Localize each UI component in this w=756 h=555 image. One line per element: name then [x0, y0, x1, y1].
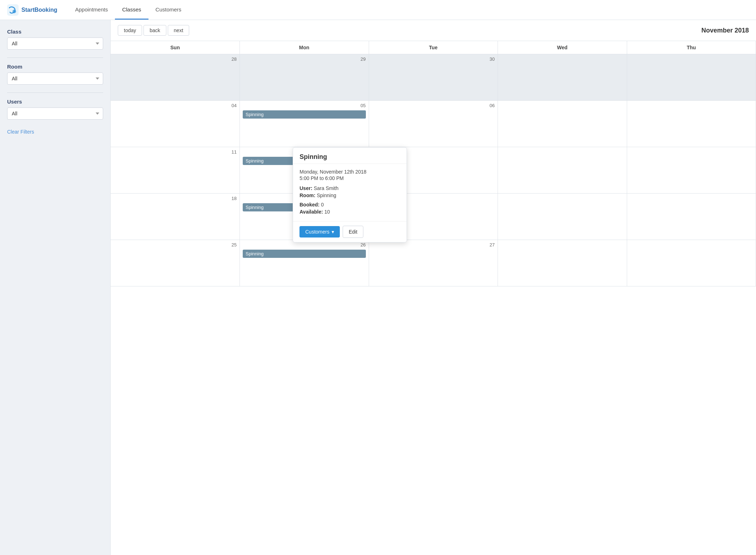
- event-spinning-05[interactable]: Spinning: [243, 110, 366, 119]
- svg-rect-0: [7, 4, 19, 16]
- users-filter-label: Users: [7, 99, 103, 105]
- header-sun: Sun: [111, 41, 240, 54]
- class-filter-select[interactable]: All: [7, 38, 103, 50]
- cal-day-18: 18: [111, 194, 240, 240]
- popup-user: User: Sara Smith: [299, 185, 400, 191]
- today-button[interactable]: today: [118, 25, 142, 36]
- cal-day-26: 26 Spinning: [240, 240, 369, 286]
- cal-day-12: 12 Spinning Spinning Monday, November 12…: [240, 147, 369, 194]
- room-filter-label: Room: [7, 64, 103, 70]
- sidebar: Class All Room All Users All Clear Filte…: [0, 20, 111, 555]
- divider-1: [7, 58, 103, 58]
- popup-body: Monday, November 12th 2018 5:00 PM to 6:…: [293, 164, 407, 221]
- calendar-area: today back next November 2018 Sun Mon Tu…: [111, 20, 756, 555]
- popup-time: 5:00 PM to 6:00 PM: [299, 175, 400, 181]
- back-button[interactable]: back: [143, 25, 166, 36]
- clear-filters-link[interactable]: Clear Filters: [7, 129, 34, 135]
- calendar-week-2: 04 05 Spinning 06: [111, 101, 756, 147]
- cal-day-w2-5: [627, 101, 756, 147]
- popup-user-value: Sara Smith: [314, 185, 338, 191]
- calendar-wrapper: Sun Mon Tue Wed Thu 28 29 30: [111, 41, 756, 286]
- cal-day-w5-4: [498, 240, 627, 286]
- cal-day-25: 25: [111, 240, 240, 286]
- popup-date: Monday, November 12th 2018: [299, 169, 400, 175]
- edit-button[interactable]: Edit: [343, 226, 363, 238]
- popup-booked-value: 0: [321, 202, 324, 208]
- cal-day-28: 28: [111, 54, 240, 101]
- customers-dropdown-arrow: ▾: [332, 229, 334, 235]
- room-filter-section: Room All: [7, 64, 103, 85]
- cal-day-04: 04: [111, 101, 240, 147]
- header-thu: Thu: [627, 41, 756, 54]
- divider-2: [7, 92, 103, 93]
- cal-day-11: 11: [111, 147, 240, 194]
- calendar-week-1: 28 29 30: [111, 54, 756, 101]
- cal-day-w4-4: [498, 194, 627, 240]
- event-popup: Spinning Monday, November 12th 2018 5:00…: [293, 147, 407, 242]
- calendar-week-4: 18 19 Spinning: [111, 194, 756, 240]
- popup-room: Room: Spinning: [299, 192, 400, 198]
- popup-user-label: User:: [299, 185, 312, 191]
- popup-title: Spinning: [293, 148, 407, 164]
- class-filter-section: Class All: [7, 29, 103, 50]
- cal-day-06: 06: [369, 101, 498, 147]
- popup-available-label: Available:: [299, 209, 323, 215]
- svg-point-1: [12, 10, 16, 13]
- customers-button[interactable]: Customers ▾: [299, 226, 340, 238]
- cal-day-29: 29: [240, 54, 369, 101]
- main-layout: Class All Room All Users All Clear Filte…: [0, 20, 756, 555]
- cal-day-30: 30: [369, 54, 498, 101]
- popup-available: Available: 10: [299, 209, 400, 215]
- popup-stats: Booked: 0 Available: 10: [299, 202, 400, 215]
- next-button[interactable]: next: [168, 25, 189, 36]
- cal-day-w1-4: [498, 54, 627, 101]
- tab-appointments[interactable]: Appointments: [68, 0, 115, 20]
- cal-day-w3-4: [498, 147, 627, 194]
- top-nav: StartBooking Appointments Classes Custom…: [0, 0, 756, 20]
- users-filter-select[interactable]: All: [7, 108, 103, 120]
- calendar-grid: Sun Mon Tue Wed Thu 28 29 30: [111, 41, 756, 286]
- popup-room-value: Spinning: [317, 192, 336, 198]
- nav-tabs: Appointments Classes Customers: [68, 0, 188, 20]
- customers-button-label: Customers: [305, 229, 329, 235]
- popup-booked-label: Booked:: [299, 202, 319, 208]
- header-tue: Tue: [369, 41, 498, 54]
- calendar-toolbar: today back next November 2018: [111, 20, 756, 41]
- popup-footer: Customers ▾ Edit: [293, 221, 407, 242]
- class-filter-label: Class: [7, 29, 103, 35]
- logo-icon: [7, 4, 19, 16]
- cal-nav-buttons: today back next: [118, 25, 189, 36]
- header-mon: Mon: [240, 41, 369, 54]
- tab-classes[interactable]: Classes: [115, 0, 148, 20]
- cal-day-27: 27: [369, 240, 498, 286]
- popup-booked: Booked: 0: [299, 202, 400, 208]
- app-name: StartBooking: [21, 7, 57, 13]
- month-title: November 2018: [701, 27, 749, 34]
- cal-day-05: 05 Spinning: [240, 101, 369, 147]
- app-logo: StartBooking: [7, 4, 57, 16]
- cal-day-w5-5: [627, 240, 756, 286]
- tab-customers[interactable]: Customers: [148, 0, 189, 20]
- cal-day-w1-5: [627, 54, 756, 101]
- calendar-header-row: Sun Mon Tue Wed Thu: [111, 41, 756, 54]
- event-spinning-26[interactable]: Spinning: [243, 250, 366, 258]
- popup-room-label: Room:: [299, 192, 315, 198]
- cal-day-w2-4: [498, 101, 627, 147]
- users-filter-section: Users All: [7, 99, 103, 120]
- room-filter-select[interactable]: All: [7, 72, 103, 85]
- header-wed: Wed: [498, 41, 627, 54]
- cal-day-w4-5: [627, 194, 756, 240]
- calendar-week-3: 11 12 Spinning Spinning Monday, November…: [111, 147, 756, 194]
- cal-day-w3-5: [627, 147, 756, 194]
- calendar-week-5: 25 26 Spinning 27: [111, 240, 756, 286]
- popup-available-value: 10: [324, 209, 330, 215]
